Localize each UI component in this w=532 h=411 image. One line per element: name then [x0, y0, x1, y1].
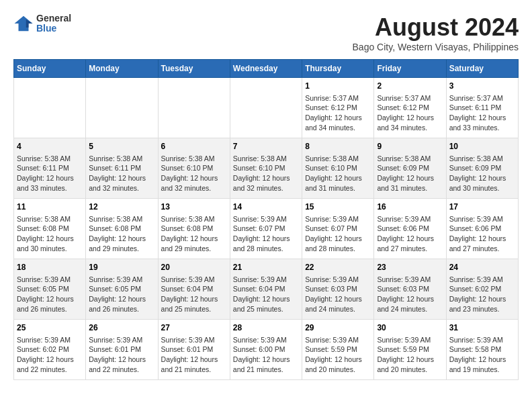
day-number: 19 — [89, 262, 154, 273]
day-info: Sunrise: 5:39 AM Sunset: 6:06 PM Dayligh… — [377, 214, 443, 254]
day-number: 31 — [449, 322, 515, 334]
title-section: August 2024 Bago City, Western Visayas, … — [353, 13, 519, 52]
calendar-cell: 17Sunrise: 5:39 AM Sunset: 6:06 PM Dayli… — [446, 199, 518, 259]
day-info: Sunrise: 5:39 AM Sunset: 5:59 PM Dayligh… — [305, 335, 371, 375]
day-number: 10 — [449, 141, 515, 152]
day-info: Sunrise: 5:39 AM Sunset: 6:07 PM Dayligh… — [305, 214, 371, 254]
day-number: 13 — [161, 201, 227, 213]
day-info: Sunrise: 5:38 AM Sunset: 6:11 PM Dayligh… — [89, 154, 154, 193]
header-thursday: Thursday — [302, 60, 374, 78]
week-row: 4Sunrise: 5:38 AM Sunset: 6:11 PM Daylig… — [14, 138, 519, 199]
day-number: 28 — [233, 322, 299, 334]
calendar-cell: 28Sunrise: 5:39 AM Sunset: 6:00 PM Dayli… — [230, 320, 302, 380]
day-number: 2 — [377, 81, 443, 92]
day-number: 26 — [89, 322, 154, 334]
header-row: SundayMondayTuesdayWednesdayThursdayFrid… — [14, 60, 519, 78]
day-number: 4 — [17, 141, 83, 152]
day-info: Sunrise: 5:37 AM Sunset: 6:12 PM Dayligh… — [305, 93, 371, 133]
day-number: 9 — [377, 141, 443, 152]
calendar-cell: 5Sunrise: 5:38 AM Sunset: 6:11 PM Daylig… — [86, 138, 158, 199]
day-number: 1 — [305, 81, 371, 92]
calendar-cell: 14Sunrise: 5:39 AM Sunset: 6:07 PM Dayli… — [230, 199, 302, 259]
calendar-cell: 31Sunrise: 5:39 AM Sunset: 5:58 PM Dayli… — [446, 320, 518, 380]
day-number: 18 — [17, 262, 83, 273]
day-info: Sunrise: 5:37 AM Sunset: 6:12 PM Dayligh… — [377, 93, 443, 133]
day-info: Sunrise: 5:39 AM Sunset: 6:04 PM Dayligh… — [233, 275, 299, 314]
calendar-cell: 24Sunrise: 5:39 AM Sunset: 6:02 PM Dayli… — [446, 259, 518, 320]
day-info: Sunrise: 5:39 AM Sunset: 6:05 PM Dayligh… — [89, 275, 154, 314]
day-info: Sunrise: 5:38 AM Sunset: 6:08 PM Dayligh… — [161, 214, 227, 254]
header-monday: Monday — [86, 60, 158, 78]
day-info: Sunrise: 5:39 AM Sunset: 6:04 PM Dayligh… — [161, 275, 227, 314]
logo-icon — [13, 13, 34, 34]
day-number: 30 — [377, 322, 443, 334]
day-info: Sunrise: 5:39 AM Sunset: 6:01 PM Dayligh… — [161, 335, 227, 375]
day-info: Sunrise: 5:38 AM Sunset: 6:08 PM Dayligh… — [89, 214, 154, 254]
calendar-cell: 6Sunrise: 5:38 AM Sunset: 6:10 PM Daylig… — [158, 138, 230, 199]
day-number: 29 — [305, 322, 371, 334]
day-number: 12 — [89, 201, 154, 213]
calendar-cell — [230, 78, 302, 138]
day-info: Sunrise: 5:38 AM Sunset: 6:09 PM Dayligh… — [377, 154, 443, 193]
day-info: Sunrise: 5:38 AM Sunset: 6:11 PM Dayligh… — [17, 154, 83, 193]
day-info: Sunrise: 5:38 AM Sunset: 6:09 PM Dayligh… — [449, 154, 515, 193]
main-title: August 2024 — [353, 13, 519, 42]
calendar-header: SundayMondayTuesdayWednesdayThursdayFrid… — [14, 60, 519, 78]
day-number: 21 — [233, 262, 299, 273]
header-tuesday: Tuesday — [158, 60, 230, 78]
calendar-cell: 21Sunrise: 5:39 AM Sunset: 6:04 PM Dayli… — [230, 259, 302, 320]
subtitle: Bago City, Western Visayas, Philippines — [353, 42, 519, 52]
calendar-cell: 30Sunrise: 5:39 AM Sunset: 5:59 PM Dayli… — [374, 320, 446, 380]
day-number: 23 — [377, 262, 443, 273]
day-number: 20 — [161, 262, 227, 273]
day-info: Sunrise: 5:38 AM Sunset: 6:08 PM Dayligh… — [17, 214, 83, 254]
calendar-cell: 16Sunrise: 5:39 AM Sunset: 6:06 PM Dayli… — [374, 199, 446, 259]
calendar-cell: 12Sunrise: 5:38 AM Sunset: 6:08 PM Dayli… — [86, 199, 158, 259]
week-row: 18Sunrise: 5:39 AM Sunset: 6:05 PM Dayli… — [14, 259, 519, 320]
calendar-body: 1Sunrise: 5:37 AM Sunset: 6:12 PM Daylig… — [14, 78, 519, 380]
calendar-cell — [158, 78, 230, 138]
day-number: 7 — [233, 141, 299, 152]
header-wednesday: Wednesday — [230, 60, 302, 78]
calendar-cell: 8Sunrise: 5:38 AM Sunset: 6:10 PM Daylig… — [302, 138, 374, 199]
day-info: Sunrise: 5:39 AM Sunset: 6:05 PM Dayligh… — [17, 275, 83, 314]
header-sunday: Sunday — [14, 60, 86, 78]
day-info: Sunrise: 5:37 AM Sunset: 6:11 PM Dayligh… — [449, 93, 515, 133]
day-number: 27 — [161, 322, 227, 334]
day-info: Sunrise: 5:38 AM Sunset: 6:10 PM Dayligh… — [305, 154, 371, 193]
calendar-cell: 15Sunrise: 5:39 AM Sunset: 6:07 PM Dayli… — [302, 199, 374, 259]
day-number: 11 — [17, 201, 83, 213]
week-row: 1Sunrise: 5:37 AM Sunset: 6:12 PM Daylig… — [14, 78, 519, 138]
calendar-cell: 22Sunrise: 5:39 AM Sunset: 6:03 PM Dayli… — [302, 259, 374, 320]
day-info: Sunrise: 5:38 AM Sunset: 6:10 PM Dayligh… — [233, 154, 299, 193]
calendar-cell — [14, 78, 86, 138]
day-number: 24 — [449, 262, 515, 273]
calendar-cell: 19Sunrise: 5:39 AM Sunset: 6:05 PM Dayli… — [86, 259, 158, 320]
day-number: 6 — [161, 141, 227, 152]
day-number: 3 — [449, 81, 515, 92]
calendar-cell: 27Sunrise: 5:39 AM Sunset: 6:01 PM Dayli… — [158, 320, 230, 380]
day-info: Sunrise: 5:39 AM Sunset: 6:02 PM Dayligh… — [449, 275, 515, 314]
header-saturday: Saturday — [446, 60, 518, 78]
day-info: Sunrise: 5:39 AM Sunset: 6:03 PM Dayligh… — [305, 275, 371, 314]
calendar-table: SundayMondayTuesdayWednesdayThursdayFrid… — [13, 59, 519, 380]
day-number: 8 — [305, 141, 371, 152]
calendar-cell: 1Sunrise: 5:37 AM Sunset: 6:12 PM Daylig… — [302, 78, 374, 138]
day-info: Sunrise: 5:39 AM Sunset: 6:03 PM Dayligh… — [377, 275, 443, 314]
page-header: General Blue August 2024 Bago City, West… — [13, 13, 519, 52]
day-info: Sunrise: 5:39 AM Sunset: 6:01 PM Dayligh… — [89, 335, 154, 375]
calendar-cell: 23Sunrise: 5:39 AM Sunset: 6:03 PM Dayli… — [374, 259, 446, 320]
week-row: 11Sunrise: 5:38 AM Sunset: 6:08 PM Dayli… — [14, 199, 519, 259]
day-info: Sunrise: 5:39 AM Sunset: 5:59 PM Dayligh… — [377, 335, 443, 375]
header-friday: Friday — [374, 60, 446, 78]
calendar-cell — [86, 78, 158, 138]
logo-general: General — [36, 13, 71, 24]
calendar-cell: 9Sunrise: 5:38 AM Sunset: 6:09 PM Daylig… — [374, 138, 446, 199]
calendar-cell: 18Sunrise: 5:39 AM Sunset: 6:05 PM Dayli… — [14, 259, 86, 320]
day-number: 16 — [377, 201, 443, 213]
day-info: Sunrise: 5:38 AM Sunset: 6:10 PM Dayligh… — [161, 154, 227, 193]
calendar-cell: 7Sunrise: 5:38 AM Sunset: 6:10 PM Daylig… — [230, 138, 302, 199]
day-info: Sunrise: 5:39 AM Sunset: 6:02 PM Dayligh… — [17, 335, 83, 375]
logo-blue: Blue — [36, 24, 71, 34]
day-info: Sunrise: 5:39 AM Sunset: 6:00 PM Dayligh… — [233, 335, 299, 375]
